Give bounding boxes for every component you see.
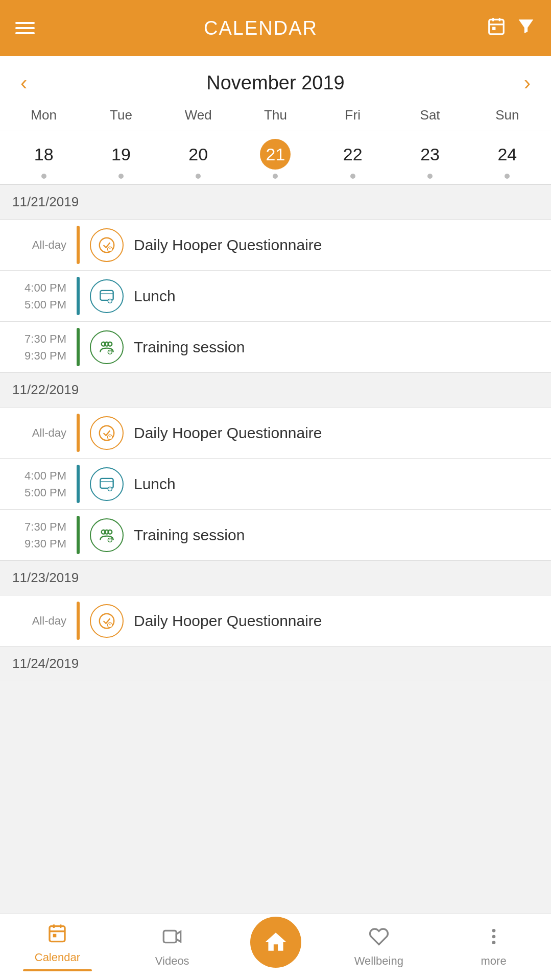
week-day-22[interactable]: 22 — [314, 139, 391, 179]
event-time-allday-1: All-day — [0, 220, 77, 270]
svg-point-39 — [110, 625, 110, 626]
day-dot-21 — [273, 174, 278, 179]
day-label-thu: Thu — [237, 105, 314, 126]
event-title-1121-lunch: Lunch — [134, 288, 176, 305]
home-button[interactable] — [250, 917, 301, 968]
event-content-1123-questionnaire: Daily Hooper Questionnaire — [80, 595, 551, 646]
nav-item-more[interactable]: more — [436, 926, 551, 968]
svg-point-24 — [110, 437, 110, 438]
day-label-tue: Tue — [82, 105, 159, 126]
event-title-1121-training: Training session — [134, 339, 245, 356]
svg-marker-5 — [519, 19, 534, 33]
day-label-sat: Sat — [391, 105, 468, 126]
event-title-1123-questionnaire: Daily Hooper Questionnaire — [134, 612, 322, 630]
event-time-allday-3: All-day — [0, 595, 77, 646]
event-time-1121-lunch: 4:00 PM 5:00 PM — [0, 271, 77, 321]
event-title-1122-lunch: Lunch — [134, 475, 176, 493]
calendar-filter-icon[interactable] — [487, 16, 506, 40]
more-nav-icon — [490, 926, 497, 951]
calendar-navigation: ‹ November 2019 › — [0, 56, 551, 105]
date-section-header-1124: 11/24/2019 — [0, 647, 551, 681]
video-nav-icon — [161, 926, 183, 951]
nav-item-home[interactable] — [230, 917, 322, 978]
bottom-navigation: Calendar Videos Wellbeing — [0, 914, 551, 980]
svg-rect-0 — [489, 19, 504, 34]
heart-nav-icon — [369, 926, 389, 951]
day-number-21: 21 — [260, 139, 291, 170]
day-dot-19 — [118, 174, 124, 179]
menu-button[interactable] — [15, 22, 35, 34]
event-content-1121-training: Training session — [80, 322, 551, 372]
nav-label-videos: Videos — [155, 954, 189, 968]
filter-icon[interactable] — [516, 16, 536, 40]
week-day-19[interactable]: 19 — [82, 139, 159, 179]
prev-month-button[interactable]: ‹ — [20, 71, 27, 94]
week-day-24[interactable]: 24 — [469, 139, 546, 179]
week-day-20[interactable]: 20 — [160, 139, 237, 179]
questionnaire-icon-circle — [90, 228, 124, 262]
date-section-header-1121: 11/21/2019 — [0, 185, 551, 220]
svg-point-48 — [492, 935, 495, 939]
app-header: CALENDAR — [0, 0, 551, 56]
event-item-1121-questionnaire[interactable]: All-day Daily Hooper Questionnaire — [0, 220, 551, 271]
event-item-1121-training[interactable]: 7:30 PM 9:30 PM Training session — [0, 322, 551, 373]
questionnaire-icon-circle-3 — [90, 604, 124, 638]
week-day-18[interactable]: 18 — [5, 139, 82, 179]
day-number-19: 19 — [106, 139, 136, 170]
svg-marker-46 — [177, 931, 181, 942]
date-section-header-1122: 11/22/2019 — [0, 373, 551, 408]
event-item-1122-training[interactable]: 7:30 PM 9:30 PM Training session — [0, 510, 551, 561]
svg-point-9 — [110, 249, 110, 250]
event-content-1121-questionnaire: Daily Hooper Questionnaire — [80, 220, 551, 270]
week-dates-row: 18 19 20 21 22 23 24 — [0, 131, 551, 185]
day-dot-24 — [505, 174, 510, 179]
svg-point-14 — [110, 300, 110, 301]
day-dot-20 — [196, 174, 201, 179]
nav-item-wellbeing[interactable]: Wellbeing — [321, 926, 436, 968]
event-time-allday-2: All-day — [0, 408, 77, 458]
date-section-header-1123: 11/23/2019 — [0, 561, 551, 595]
next-month-button[interactable]: › — [524, 71, 531, 94]
week-day-23[interactable]: 23 — [391, 139, 468, 179]
event-content-1121-lunch: Lunch — [80, 271, 551, 321]
svg-rect-40 — [50, 926, 65, 942]
nav-item-videos[interactable]: Videos — [115, 926, 230, 968]
calendar-nav-icon — [47, 923, 67, 948]
nav-label-calendar: Calendar — [35, 951, 80, 964]
nav-item-calendar[interactable]: Calendar — [0, 923, 115, 971]
event-time-1122-lunch: 4:00 PM 5:00 PM — [0, 459, 77, 509]
svg-rect-4 — [492, 27, 495, 30]
main-content: ‹ November 2019 › Mon Tue Wed Thu Fri Sa… — [0, 56, 551, 753]
lunch-icon-circle — [90, 279, 124, 313]
day-label-mon: Mon — [5, 105, 82, 126]
day-number-22: 22 — [338, 139, 368, 170]
day-dot-18 — [41, 174, 46, 179]
nav-label-wellbeing: Wellbeing — [354, 954, 403, 968]
svg-point-35 — [110, 539, 110, 540]
event-item-1122-lunch[interactable]: 4:00 PM 5:00 PM Lunch — [0, 459, 551, 510]
lunch-icon-circle-2 — [90, 467, 124, 501]
event-time-1121-training: 7:30 PM 9:30 PM — [0, 322, 77, 372]
day-number-18: 18 — [29, 139, 59, 170]
day-dot-22 — [350, 174, 355, 179]
training-icon-circle-2 — [90, 518, 124, 552]
day-number-23: 23 — [415, 139, 445, 170]
day-label-fri: Fri — [314, 105, 391, 126]
questionnaire-icon-circle-2 — [90, 416, 124, 450]
svg-point-49 — [492, 941, 495, 944]
header-title: CALENDAR — [204, 17, 318, 39]
event-item-1121-lunch[interactable]: 4:00 PM 5:00 PM Lunch — [0, 271, 551, 322]
event-time-1122-training: 7:30 PM 9:30 PM — [0, 510, 77, 560]
week-day-21[interactable]: 21 — [237, 139, 314, 179]
event-item-1123-questionnaire[interactable]: All-day Daily Hooper Questionnaire — [0, 595, 551, 647]
days-of-week-row: Mon Tue Wed Thu Fri Sat Sun — [0, 105, 551, 131]
day-dot-23 — [427, 174, 433, 179]
day-label-wed: Wed — [160, 105, 237, 126]
svg-point-20 — [110, 351, 110, 352]
event-content-1122-questionnaire: Daily Hooper Questionnaire — [80, 408, 551, 458]
training-icon-circle — [90, 330, 124, 364]
event-item-1122-questionnaire[interactable]: All-day Daily Hooper Questionnaire — [0, 408, 551, 459]
header-actions — [487, 16, 536, 40]
event-title-1121-questionnaire: Daily Hooper Questionnaire — [134, 236, 322, 254]
svg-rect-44 — [53, 934, 57, 938]
